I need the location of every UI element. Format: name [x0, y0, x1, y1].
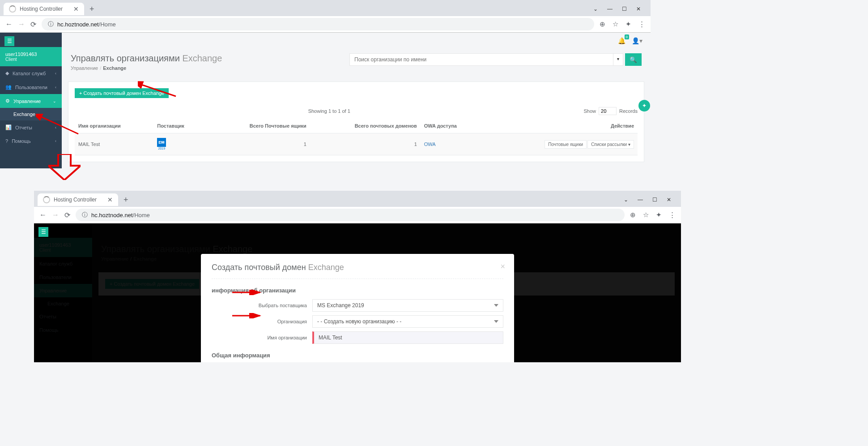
menu-icon[interactable]: ⋮ — [638, 20, 645, 28]
user-panel: user11091463 Client — [0, 47, 62, 66]
org-table: Имя организации Поставщик Всего Почтовые… — [75, 119, 638, 155]
breadcrumb: Управление/Exchange — [71, 65, 222, 71]
sidebar-submenu-exchange[interactable]: Exchange — [0, 108, 62, 120]
sidebar-item-help[interactable]: ?Помощь‹ — [0, 134, 62, 148]
table-row: MAIL Test E✉ 2019 1 1 OWA — [75, 133, 638, 155]
cell-domains: 1 — [310, 133, 421, 155]
col-mailboxes: Всего Почтовые ящики — [208, 119, 310, 133]
minimize-icon-2[interactable]: — — [637, 197, 643, 203]
back-button-2[interactable]: ← — [39, 211, 47, 219]
modal-close-button[interactable]: × — [500, 262, 505, 271]
dist-lists-button[interactable]: Списки рассылки ▾ — [587, 140, 634, 149]
col-owa: OWA доступа — [421, 119, 484, 133]
maximize-icon[interactable]: ☐ — [621, 6, 627, 12]
org-search: ▾ 🔍 — [349, 53, 642, 66]
menu-icon-2[interactable]: ⋮ — [669, 211, 676, 219]
col-provider: Поставщик — [153, 119, 208, 133]
maximize-icon-2[interactable]: ☐ — [651, 197, 658, 203]
create-exchange-domain-button[interactable]: + Создать почтовый домен Exchange — [75, 88, 169, 98]
extensions-icon-2[interactable]: ✦ — [656, 211, 662, 219]
reload-button[interactable]: ⟳ — [30, 20, 36, 29]
search-input[interactable] — [349, 53, 613, 66]
col-action: Действие — [484, 119, 638, 133]
org-panel: + Создать почтовый домен Exchange ✦ Show… — [68, 81, 644, 162]
tab-favicon — [9, 5, 16, 13]
browser-tab-2[interactable]: Hosting Controller ✕ — [38, 193, 118, 206]
browser-chrome: Hosting Controller ✕ + ⌄ — ☐ ✕ ← → ⟳ ⓘ h… — [0, 0, 651, 33]
screenshot-2: Hosting Controller ✕ + ⌄ — ☐ ✕ ← → ⟳ ⓘ h… — [34, 191, 868, 362]
screenshot-1: Hosting Controller ✕ + ⌄ — ☐ ✕ ← → ⟳ ⓘ h… — [0, 0, 651, 168]
hamburger-button[interactable]: ☰ — [4, 36, 14, 46]
star-icon[interactable]: ☆ — [613, 20, 618, 28]
site-info-icon-2[interactable]: ⓘ — [82, 211, 88, 219]
zoom-icon-2[interactable]: ⊕ — [630, 211, 636, 219]
zoom-icon[interactable]: ⊕ — [600, 20, 605, 28]
minimize-icon[interactable]: — — [607, 6, 613, 12]
search-button[interactable]: 🔍 — [625, 53, 642, 66]
close-window-icon-2[interactable]: ✕ — [666, 197, 672, 203]
side-quick-button[interactable]: ✦ — [638, 100, 650, 112]
section-org-info: информация об организации — [212, 287, 503, 294]
modal-title: Создать почтовый домен Exchange — [212, 263, 503, 279]
col-domains: Всего почтовых доменов — [310, 119, 421, 133]
label-provider: Выбрать поставщика — [212, 303, 312, 308]
cell-mailboxes: 1 — [208, 133, 310, 155]
records-select[interactable] — [599, 107, 617, 115]
sidebar-item-manage[interactable]: ⚙Управление⌄ — [0, 94, 62, 108]
cell-provider: E✉ 2019 — [153, 133, 208, 155]
forward-button[interactable]: → — [18, 20, 25, 28]
page-title: Управлять организациями Exchange — [71, 53, 222, 64]
user-role: Client — [5, 57, 56, 62]
close-icon-2[interactable]: ✕ — [107, 196, 113, 203]
site-info-icon[interactable]: ⓘ — [48, 20, 54, 28]
tab-favicon-2 — [43, 196, 50, 203]
org-name-input[interactable] — [312, 331, 503, 344]
mailboxes-button[interactable]: Почтовые ящики — [545, 140, 587, 149]
extensions-icon[interactable]: ✦ — [625, 20, 631, 28]
annotation-arrow-down — [48, 154, 81, 180]
hamburger-button-2[interactable]: ☰ — [38, 227, 48, 237]
reload-button-2[interactable]: ⟳ — [64, 211, 70, 219]
label-organization: Организация — [212, 319, 312, 324]
close-icon[interactable]: ✕ — [73, 5, 79, 13]
new-tab-button-2[interactable]: + — [123, 195, 128, 205]
cell-owa: OWA — [421, 133, 484, 155]
close-window-icon[interactable]: ✕ — [635, 6, 642, 12]
search-dropdown[interactable]: ▾ — [613, 53, 623, 66]
browser-tab[interactable]: Hosting Controller ✕ — [4, 3, 84, 15]
col-org: Имя организации — [75, 119, 153, 133]
bell-icon[interactable]: 🔔0 — [618, 37, 625, 44]
drop-icon[interactable]: ⌄ — [592, 6, 599, 12]
app: ☰ 🔔0 👤▾ user11091463 Client ◆Каталог слу… — [0, 33, 651, 168]
main-content: Управлять организациями Exchange Управле… — [62, 33, 651, 168]
label-org-name: Имя организации — [212, 335, 312, 340]
new-tab-button[interactable]: + — [89, 4, 94, 14]
sidebar-item-reports[interactable]: 📊Отчеты‹ — [0, 120, 62, 134]
user-name: user11091463 — [5, 51, 56, 57]
forward-button-2[interactable]: → — [52, 211, 59, 219]
star-icon-2[interactable]: ☆ — [643, 211, 649, 219]
browser-chrome-2: Hosting Controller ✕ + ⌄ — ☐ ✕ ← → ⟳ ⓘ h… — [34, 191, 681, 223]
showing-text: Showing 1 to 1 of 1 — [308, 108, 350, 114]
owa-link[interactable]: OWA — [424, 142, 436, 147]
sidebar-item-catalog[interactable]: ◆Каталог служб‹ — [0, 66, 62, 80]
provider-select[interactable]: MS Exchange 2019 — [312, 299, 503, 312]
url-bar-2[interactable]: ⓘ hc.hoztnode.net/Home — [76, 209, 625, 221]
address-bar: ← → ⟳ ⓘ hc.hoztnode.net/Home ⊕ ☆ ✦ ⋮ — [0, 16, 651, 32]
drop-icon-2[interactable]: ⌄ — [623, 197, 629, 203]
user-menu-icon[interactable]: 👤▾ — [632, 37, 642, 44]
sidebar: user11091463 Client ◆Каталог служб‹ 👥Пол… — [0, 33, 62, 168]
cell-org: MAIL Test — [75, 133, 153, 155]
organization-select[interactable]: - - Создать новую организацию - - — [312, 315, 503, 328]
create-domain-modal: × Создать почтовый домен Exchange информ… — [201, 254, 514, 362]
tab-title: Hosting Controller — [20, 6, 63, 12]
url-bar[interactable]: ⓘ hc.hoztnode.net/Home — [42, 18, 594, 30]
section-general: Общая информация — [212, 352, 503, 359]
sidebar-item-users[interactable]: 👥Пользователи‹ — [0, 80, 62, 94]
records-per-page: Show Records — [584, 107, 638, 115]
tab-bar: Hosting Controller ✕ + ⌄ — ☐ ✕ — [0, 0, 651, 16]
back-button[interactable]: ← — [5, 20, 13, 28]
exchange-icon: E✉ — [157, 138, 166, 147]
window-controls: ⌄ — ☐ ✕ — [592, 6, 647, 12]
